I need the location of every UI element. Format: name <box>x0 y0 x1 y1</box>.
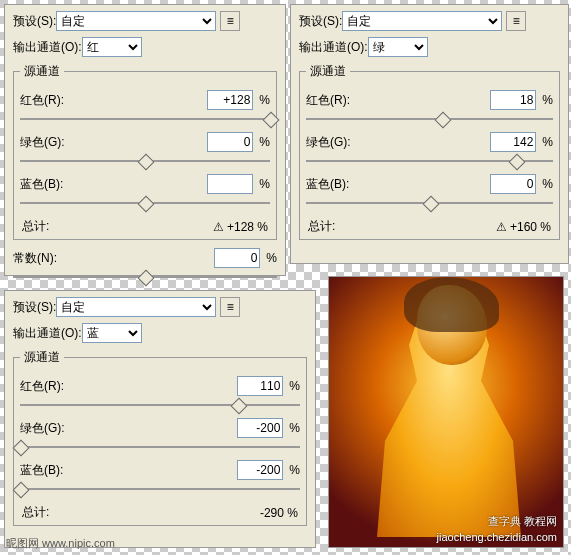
b-input[interactable] <box>490 174 536 194</box>
pct: % <box>289 421 300 435</box>
preset-label: 预设(S): <box>299 13 342 30</box>
g-input[interactable] <box>237 418 283 438</box>
pct: % <box>289 379 300 393</box>
source-legend: 源通道 <box>306 63 350 80</box>
total-label: 总计: <box>22 218 49 235</box>
panel-green: 预设(S): 自定 ≡ 输出通道(O): 绿 源通道 红色(R): % 绿色(G… <box>290 4 569 264</box>
r-label: 红色(R): <box>306 92 366 109</box>
b-input[interactable] <box>207 174 253 194</box>
b-label: 蓝色(B): <box>20 176 80 193</box>
pct: % <box>289 463 300 477</box>
panel-red: 预设(S): 自定 ≡ 输出通道(O): 红 源通道 红色(R): % 绿色(G… <box>4 4 286 276</box>
source-legend: 源通道 <box>20 63 64 80</box>
r-input[interactable] <box>490 90 536 110</box>
r-input[interactable] <box>237 376 283 396</box>
menu-icon[interactable]: ≡ <box>220 297 240 317</box>
const-slider[interactable] <box>13 270 277 284</box>
g-label: 绿色(G): <box>20 420 80 437</box>
menu-icon[interactable]: ≡ <box>506 11 526 31</box>
g-label: 绿色(G): <box>20 134 80 151</box>
output-label: 输出通道(O): <box>13 39 82 56</box>
g-slider[interactable] <box>306 154 553 168</box>
total-label: 总计: <box>308 218 335 235</box>
b-label: 蓝色(B): <box>306 176 366 193</box>
g-slider[interactable] <box>20 154 270 168</box>
b-input[interactable] <box>237 460 283 480</box>
const-label: 常数(N): <box>13 250 73 267</box>
total-label: 总计: <box>22 504 49 521</box>
output-label: 输出通道(O): <box>13 325 82 342</box>
r-label: 红色(R): <box>20 92 80 109</box>
pct: % <box>259 93 270 107</box>
preset-label: 预设(S): <box>13 13 56 30</box>
pct: % <box>542 177 553 191</box>
warning-icon: ⚠ +128 % <box>213 220 268 234</box>
panel-blue: 预设(S): 自定 ≡ 输出通道(O): 蓝 源通道 红色(R): % 绿色(G… <box>4 290 316 548</box>
preset-select[interactable]: 自定 <box>56 297 216 317</box>
source-fieldset: 源通道 红色(R): % 绿色(G): % 蓝色(B): % 总计: -290 … <box>13 349 307 526</box>
preview-image: 查字典 教程网 jiaocheng.chezidian.com <box>328 276 564 548</box>
r-slider[interactable] <box>306 112 553 126</box>
g-label: 绿色(G): <box>306 134 366 151</box>
source-legend: 源通道 <box>20 349 64 366</box>
total-value: +160 <box>510 220 537 234</box>
total-value: +128 <box>227 220 254 234</box>
figure-hair <box>404 277 499 332</box>
output-select[interactable]: 蓝 <box>82 323 142 343</box>
b-slider[interactable] <box>20 196 270 210</box>
menu-icon[interactable]: ≡ <box>220 11 240 31</box>
output-label: 输出通道(O): <box>299 39 368 56</box>
r-slider[interactable] <box>20 112 270 126</box>
preset-select[interactable]: 自定 <box>342 11 502 31</box>
b-slider[interactable] <box>20 482 300 496</box>
b-slider[interactable] <box>306 196 553 210</box>
const-input[interactable] <box>214 248 260 268</box>
preset-label: 预设(S): <box>13 299 56 316</box>
pct: % <box>542 135 553 149</box>
g-slider[interactable] <box>20 440 300 454</box>
preset-select[interactable]: 自定 <box>56 11 216 31</box>
r-slider[interactable] <box>20 398 300 412</box>
watermark-left: 昵图网 www.nipic.com <box>6 536 115 551</box>
warning-icon: ⚠ +160 % <box>496 220 551 234</box>
output-select[interactable]: 红 <box>82 37 142 57</box>
watermark-brand: 查字典 教程网 <box>488 514 557 529</box>
output-select[interactable]: 绿 <box>368 37 428 57</box>
pct: % <box>259 177 270 191</box>
pct: % <box>259 135 270 149</box>
pct: % <box>542 93 553 107</box>
b-label: 蓝色(B): <box>20 462 80 479</box>
g-input[interactable] <box>490 132 536 152</box>
r-label: 红色(R): <box>20 378 80 395</box>
total-value: -290 % <box>260 506 298 520</box>
source-fieldset: 源通道 红色(R): % 绿色(G): % 蓝色(B): % 总计: ⚠ +12… <box>13 63 277 240</box>
r-input[interactable] <box>207 90 253 110</box>
source-fieldset: 源通道 红色(R): % 绿色(G): % 蓝色(B): % 总计: ⚠ +16… <box>299 63 560 240</box>
pct: % <box>266 251 277 265</box>
g-input[interactable] <box>207 132 253 152</box>
watermark-url: jiaocheng.chezidian.com <box>437 531 557 543</box>
